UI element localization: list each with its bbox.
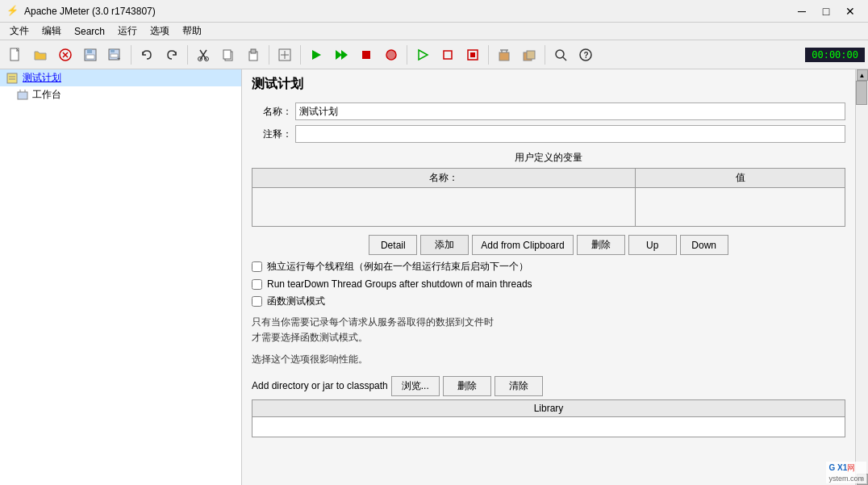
teardown-label: Run tearDown Thread Groups after shutdow…: [267, 278, 532, 290]
toolbar-clear-all[interactable]: [517, 44, 541, 66]
expand-icon: [278, 48, 292, 62]
button-row: Detail 添加 Add from Clipboard 删除 Up Down: [252, 235, 845, 255]
col-value-header: 值: [636, 169, 845, 188]
funcmode-checkbox[interactable]: [252, 296, 262, 307]
toolbar-cut[interactable]: [191, 44, 215, 66]
toolbar-stop[interactable]: [354, 44, 378, 66]
tree-item-test-plan[interactable]: 测试计划: [0, 69, 241, 86]
restore-button[interactable]: □: [815, 2, 837, 21]
svg-rect-29: [444, 51, 452, 59]
save-icon: [83, 48, 98, 62]
menu-help[interactable]: 帮助: [176, 23, 208, 40]
toolbar-undo[interactable]: [135, 44, 159, 66]
new-file-icon: [8, 48, 23, 62]
vars-empty-row: [252, 188, 845, 227]
classpath-clear-button[interactable]: 清除: [495, 376, 543, 396]
name-input[interactable]: [295, 102, 845, 120]
minimize-button[interactable]: ─: [791, 2, 813, 21]
toolbar-help[interactable]: ?: [574, 44, 598, 66]
menu-run[interactable]: 运行: [111, 23, 144, 40]
content-panel: 测试计划 名称： 注释： 用户定义的变量 名称： 值: [242, 69, 855, 485]
vars-table: 名称： 值: [252, 168, 845, 227]
vars-section: 用户定义的变量 名称： 值: [252, 151, 845, 227]
checkbox-row-funcmode: 函数测试模式: [252, 295, 845, 308]
svg-rect-16: [223, 50, 231, 59]
tree-item-workbench[interactable]: 工作台: [0, 86, 241, 103]
independent-label: 独立运行每个线程组（例如在一个组运行结束后启动下一个）: [267, 260, 528, 274]
classpath-label: Add directory or jar to classpath: [252, 380, 388, 391]
timer-display: 00:00:00: [805, 48, 865, 62]
toolbar-remote-run[interactable]: [411, 44, 435, 66]
comment-input[interactable]: [295, 125, 845, 143]
scroll-up-arrow[interactable]: ▲: [857, 69, 868, 81]
toolbar-redo[interactable]: [160, 44, 184, 66]
redo-icon: [165, 48, 179, 62]
page-title: 测试计划: [252, 76, 845, 93]
save-as-icon: +: [108, 48, 123, 62]
toolbar-close[interactable]: [53, 44, 77, 66]
svg-rect-45: [18, 92, 27, 99]
toolbar-shutdown[interactable]: [379, 44, 403, 66]
vertical-scrollbar[interactable]: ▲ ▼: [855, 69, 868, 485]
svg-rect-27: [387, 51, 395, 59]
toolbar-remote-stop[interactable]: [436, 44, 460, 66]
svg-rect-37: [527, 51, 535, 59]
separator-5: [407, 45, 407, 65]
close-button[interactable]: ✕: [839, 2, 862, 21]
toolbar-run-no-pause[interactable]: [329, 44, 353, 66]
description-text: 只有当你需要记录每个请求从服务器取得的数据到文件时 才需要选择函数测试模式。: [252, 315, 845, 345]
svg-text:+: +: [117, 56, 120, 61]
menu-file[interactable]: 文件: [3, 23, 35, 40]
teardown-checkbox[interactable]: [252, 279, 262, 290]
clear-icon: [497, 48, 511, 62]
col-name-header: 名称：: [252, 169, 636, 188]
svg-rect-5: [87, 49, 92, 53]
toolbar-paste[interactable]: [241, 44, 265, 66]
toolbar-save[interactable]: [78, 44, 102, 66]
run-icon: [309, 48, 323, 62]
name-label: 名称：: [252, 105, 292, 119]
add-clipboard-button[interactable]: Add from Clipboard: [472, 235, 573, 255]
toolbar-run[interactable]: [304, 44, 328, 66]
menu-edit[interactable]: 编辑: [35, 23, 68, 40]
menu-options[interactable]: 选项: [144, 23, 176, 40]
toolbar-new[interactable]: [3, 44, 27, 66]
detail-button[interactable]: Detail: [369, 235, 417, 255]
comment-label: 注释：: [252, 128, 292, 141]
classpath-table: Library: [252, 399, 845, 437]
name-row: 名称：: [252, 102, 845, 120]
workbench-tree-icon: [16, 89, 29, 102]
svg-marker-22: [312, 50, 321, 60]
toolbar-search[interactable]: [549, 44, 573, 66]
toolbar-expand[interactable]: [273, 44, 297, 66]
classpath-delete-button[interactable]: 删除: [443, 376, 491, 396]
add-button[interactable]: 添加: [420, 235, 469, 255]
window-controls: ─ □ ✕: [791, 2, 862, 21]
remote-stop2-icon: [465, 48, 480, 62]
scroll-thumb[interactable]: [856, 81, 867, 105]
toolbar-save-as[interactable]: +: [103, 44, 127, 66]
down-button[interactable]: Down: [680, 235, 728, 255]
vars-section-title: 用户定义的变量: [252, 151, 845, 165]
svg-rect-8: [111, 49, 115, 52]
svg-point-38: [556, 50, 564, 58]
comment-row: 注释：: [252, 125, 845, 143]
separator-6: [488, 45, 489, 65]
remote-run-icon: [415, 48, 430, 62]
toolbar-remote-stop2[interactable]: [461, 44, 485, 66]
tree-panel: 测试计划 工作台: [0, 69, 242, 485]
separator-2: [187, 45, 188, 65]
delete-button[interactable]: 删除: [577, 235, 625, 255]
classpath-browse-button[interactable]: 浏览...: [391, 376, 440, 396]
menu-search[interactable]: Search: [68, 23, 111, 40]
toolbar-open[interactable]: [28, 44, 52, 66]
toolbar-copy[interactable]: [216, 44, 240, 66]
independent-checkbox[interactable]: [252, 261, 262, 272]
toolbar: +: [0, 40, 868, 69]
svg-marker-23: [336, 50, 342, 60]
toolbar-clear[interactable]: [492, 44, 516, 66]
svg-marker-24: [341, 50, 348, 60]
svg-rect-32: [499, 52, 509, 61]
up-button[interactable]: Up: [628, 235, 677, 255]
svg-rect-31: [470, 52, 475, 57]
